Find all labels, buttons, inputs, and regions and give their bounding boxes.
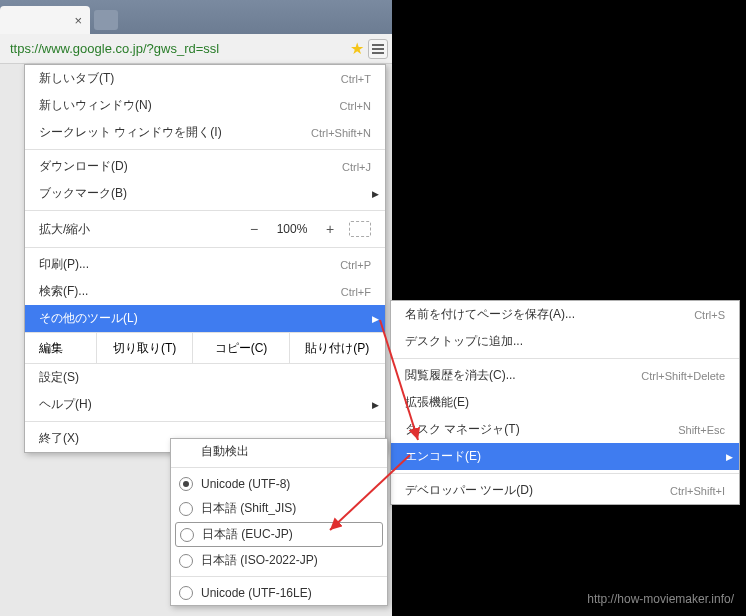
menu-bookmarks[interactable]: ブックマーク(B)▶ <box>25 180 385 207</box>
encoding-auto[interactable]: 自動検出 <box>171 439 387 464</box>
main-menu: 新しいタブ(T)Ctrl+T 新しいウィンドウ(N)Ctrl+N シークレット … <box>24 64 386 453</box>
menu-button[interactable] <box>368 39 388 59</box>
menu-new-tab[interactable]: 新しいタブ(T)Ctrl+T <box>25 65 385 92</box>
bookmark-star-icon[interactable]: ★ <box>350 39 364 58</box>
encoding-utf16le[interactable]: Unicode (UTF-16LE) <box>171 580 387 605</box>
encoding-eucjp[interactable]: 日本語 (EUC-JP) <box>175 522 383 547</box>
zoom-label: 拡大/縮小 <box>39 221 241 238</box>
submenu-dev-tools[interactable]: デベロッパー ツール(D)Ctrl+Shift+I <box>391 477 739 504</box>
menu-separator <box>25 210 385 211</box>
submenu-clear-history[interactable]: 閲覧履歴を消去(C)...Ctrl+Shift+Delete <box>391 362 739 389</box>
submenu-arrow-icon: ▶ <box>726 452 733 462</box>
encoding-submenu: 自動検出 Unicode (UTF-8) 日本語 (Shift_JIS) 日本語… <box>170 438 388 606</box>
radio-icon <box>179 586 193 600</box>
tab-strip: × <box>0 0 392 34</box>
zoom-in-button[interactable]: + <box>317 221 343 237</box>
menu-more-tools[interactable]: その他のツール(L)▶ <box>25 305 385 332</box>
watermark: http://how-moviemaker.info/ <box>587 592 734 606</box>
menu-print[interactable]: 印刷(P)...Ctrl+P <box>25 251 385 278</box>
more-tools-submenu: 名前を付けてページを保存(A)...Ctrl+S デスクトップに追加... 閲覧… <box>390 300 740 505</box>
submenu-task-manager[interactable]: タスク マネージャ(T)Shift+Esc <box>391 416 739 443</box>
cut-button[interactable]: 切り取り(T) <box>97 333 193 363</box>
menu-zoom: 拡大/縮小 − 100% + <box>25 214 385 244</box>
submenu-arrow-icon: ▶ <box>372 189 379 199</box>
zoom-value: 100% <box>267 222 317 236</box>
submenu-arrow-icon: ▶ <box>372 400 379 410</box>
menu-separator <box>25 247 385 248</box>
menu-incognito[interactable]: シークレット ウィンドウを開く(I)Ctrl+Shift+N <box>25 119 385 146</box>
radio-icon <box>179 554 193 568</box>
menu-find[interactable]: 検索(F)...Ctrl+F <box>25 278 385 305</box>
menu-separator <box>391 473 739 474</box>
submenu-add-desktop[interactable]: デスクトップに追加... <box>391 328 739 355</box>
menu-separator <box>171 467 387 468</box>
menu-separator <box>171 576 387 577</box>
menu-settings[interactable]: 設定(S) <box>25 364 385 391</box>
radio-icon <box>179 502 193 516</box>
menu-help[interactable]: ヘルプ(H)▶ <box>25 391 385 418</box>
radio-icon <box>180 528 194 542</box>
fullscreen-icon[interactable] <box>349 221 371 237</box>
menu-edit-row: 編集 切り取り(T) コピー(C) 貼り付け(P) <box>25 332 385 364</box>
address-bar: ttps://www.google.co.jp/?gws_rd=ssl ★ <box>0 34 392 64</box>
menu-separator <box>25 421 385 422</box>
url-text[interactable]: ttps://www.google.co.jp/?gws_rd=ssl <box>4 41 346 56</box>
menu-downloads[interactable]: ダウンロード(D)Ctrl+J <box>25 153 385 180</box>
menu-separator <box>25 149 385 150</box>
submenu-encoding[interactable]: エンコード(E)▶ <box>391 443 739 470</box>
submenu-save-as[interactable]: 名前を付けてページを保存(A)...Ctrl+S <box>391 301 739 328</box>
submenu-extensions[interactable]: 拡張機能(E) <box>391 389 739 416</box>
close-tab-icon[interactable]: × <box>74 13 82 28</box>
encoding-utf8[interactable]: Unicode (UTF-8) <box>171 471 387 496</box>
menu-new-window[interactable]: 新しいウィンドウ(N)Ctrl+N <box>25 92 385 119</box>
radio-icon <box>179 477 193 491</box>
menu-separator <box>391 358 739 359</box>
submenu-arrow-icon: ▶ <box>372 314 379 324</box>
copy-button[interactable]: コピー(C) <box>193 333 289 363</box>
encoding-sjis[interactable]: 日本語 (Shift_JIS) <box>171 496 387 521</box>
zoom-out-button[interactable]: − <box>241 221 267 237</box>
new-tab-button[interactable] <box>94 10 118 30</box>
browser-tab[interactable]: × <box>0 6 90 34</box>
edit-label: 編集 <box>25 333 97 363</box>
encoding-iso2022[interactable]: 日本語 (ISO-2022-JP) <box>171 548 387 573</box>
paste-button[interactable]: 貼り付け(P) <box>290 333 385 363</box>
